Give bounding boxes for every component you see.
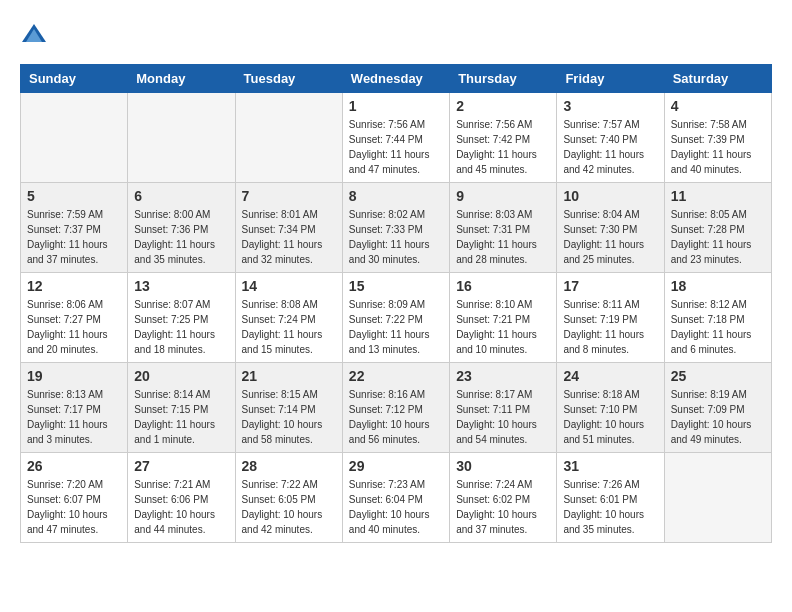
calendar-cell [128, 93, 235, 183]
day-number: 12 [27, 278, 121, 294]
calendar-cell: 23Sunrise: 8:17 AMSunset: 7:11 PMDayligh… [450, 363, 557, 453]
day-number: 30 [456, 458, 550, 474]
day-info: Sunrise: 8:06 AMSunset: 7:27 PMDaylight:… [27, 297, 121, 357]
calendar-week-3: 12Sunrise: 8:06 AMSunset: 7:27 PMDayligh… [21, 273, 772, 363]
logo [20, 20, 52, 48]
day-number: 24 [563, 368, 657, 384]
day-info: Sunrise: 7:26 AMSunset: 6:01 PMDaylight:… [563, 477, 657, 537]
day-number: 25 [671, 368, 765, 384]
calendar-cell: 8Sunrise: 8:02 AMSunset: 7:33 PMDaylight… [342, 183, 449, 273]
day-info: Sunrise: 8:19 AMSunset: 7:09 PMDaylight:… [671, 387, 765, 447]
calendar-cell: 1Sunrise: 7:56 AMSunset: 7:44 PMDaylight… [342, 93, 449, 183]
day-number: 11 [671, 188, 765, 204]
day-info: Sunrise: 8:15 AMSunset: 7:14 PMDaylight:… [242, 387, 336, 447]
day-number: 2 [456, 98, 550, 114]
calendar-cell: 13Sunrise: 8:07 AMSunset: 7:25 PMDayligh… [128, 273, 235, 363]
calendar-week-4: 19Sunrise: 8:13 AMSunset: 7:17 PMDayligh… [21, 363, 772, 453]
calendar-cell: 11Sunrise: 8:05 AMSunset: 7:28 PMDayligh… [664, 183, 771, 273]
header-day-tuesday: Tuesday [235, 65, 342, 93]
header-day-sunday: Sunday [21, 65, 128, 93]
day-info: Sunrise: 7:23 AMSunset: 6:04 PMDaylight:… [349, 477, 443, 537]
day-info: Sunrise: 7:24 AMSunset: 6:02 PMDaylight:… [456, 477, 550, 537]
day-number: 31 [563, 458, 657, 474]
day-info: Sunrise: 8:18 AMSunset: 7:10 PMDaylight:… [563, 387, 657, 447]
calendar-cell: 12Sunrise: 8:06 AMSunset: 7:27 PMDayligh… [21, 273, 128, 363]
day-info: Sunrise: 8:01 AMSunset: 7:34 PMDaylight:… [242, 207, 336, 267]
calendar-cell [21, 93, 128, 183]
calendar-cell: 7Sunrise: 8:01 AMSunset: 7:34 PMDaylight… [235, 183, 342, 273]
calendar-cell: 19Sunrise: 8:13 AMSunset: 7:17 PMDayligh… [21, 363, 128, 453]
calendar-cell [235, 93, 342, 183]
calendar-cell: 6Sunrise: 8:00 AMSunset: 7:36 PMDaylight… [128, 183, 235, 273]
day-info: Sunrise: 7:56 AMSunset: 7:44 PMDaylight:… [349, 117, 443, 177]
header-day-friday: Friday [557, 65, 664, 93]
calendar-cell: 25Sunrise: 8:19 AMSunset: 7:09 PMDayligh… [664, 363, 771, 453]
calendar-cell: 21Sunrise: 8:15 AMSunset: 7:14 PMDayligh… [235, 363, 342, 453]
calendar-cell: 31Sunrise: 7:26 AMSunset: 6:01 PMDayligh… [557, 453, 664, 543]
page-header [20, 20, 772, 48]
calendar-cell: 29Sunrise: 7:23 AMSunset: 6:04 PMDayligh… [342, 453, 449, 543]
calendar-cell: 30Sunrise: 7:24 AMSunset: 6:02 PMDayligh… [450, 453, 557, 543]
calendar-cell: 26Sunrise: 7:20 AMSunset: 6:07 PMDayligh… [21, 453, 128, 543]
calendar-cell: 16Sunrise: 8:10 AMSunset: 7:21 PMDayligh… [450, 273, 557, 363]
day-info: Sunrise: 8:07 AMSunset: 7:25 PMDaylight:… [134, 297, 228, 357]
calendar-cell: 27Sunrise: 7:21 AMSunset: 6:06 PMDayligh… [128, 453, 235, 543]
day-number: 9 [456, 188, 550, 204]
calendar-cell: 10Sunrise: 8:04 AMSunset: 7:30 PMDayligh… [557, 183, 664, 273]
day-number: 3 [563, 98, 657, 114]
calendar-week-2: 5Sunrise: 7:59 AMSunset: 7:37 PMDaylight… [21, 183, 772, 273]
header-day-saturday: Saturday [664, 65, 771, 93]
day-number: 20 [134, 368, 228, 384]
day-number: 17 [563, 278, 657, 294]
day-info: Sunrise: 8:03 AMSunset: 7:31 PMDaylight:… [456, 207, 550, 267]
day-info: Sunrise: 8:17 AMSunset: 7:11 PMDaylight:… [456, 387, 550, 447]
calendar-cell: 22Sunrise: 8:16 AMSunset: 7:12 PMDayligh… [342, 363, 449, 453]
day-info: Sunrise: 7:58 AMSunset: 7:39 PMDaylight:… [671, 117, 765, 177]
day-number: 1 [349, 98, 443, 114]
calendar-week-5: 26Sunrise: 7:20 AMSunset: 6:07 PMDayligh… [21, 453, 772, 543]
day-number: 7 [242, 188, 336, 204]
calendar-cell: 4Sunrise: 7:58 AMSunset: 7:39 PMDaylight… [664, 93, 771, 183]
day-number: 4 [671, 98, 765, 114]
day-info: Sunrise: 8:13 AMSunset: 7:17 PMDaylight:… [27, 387, 121, 447]
day-number: 27 [134, 458, 228, 474]
day-info: Sunrise: 7:21 AMSunset: 6:06 PMDaylight:… [134, 477, 228, 537]
day-info: Sunrise: 8:04 AMSunset: 7:30 PMDaylight:… [563, 207, 657, 267]
header-day-monday: Monday [128, 65, 235, 93]
day-info: Sunrise: 8:10 AMSunset: 7:21 PMDaylight:… [456, 297, 550, 357]
day-number: 28 [242, 458, 336, 474]
day-number: 26 [27, 458, 121, 474]
day-info: Sunrise: 7:20 AMSunset: 6:07 PMDaylight:… [27, 477, 121, 537]
day-info: Sunrise: 8:16 AMSunset: 7:12 PMDaylight:… [349, 387, 443, 447]
day-number: 13 [134, 278, 228, 294]
day-info: Sunrise: 8:14 AMSunset: 7:15 PMDaylight:… [134, 387, 228, 447]
day-info: Sunrise: 8:08 AMSunset: 7:24 PMDaylight:… [242, 297, 336, 357]
header-day-thursday: Thursday [450, 65, 557, 93]
calendar-cell: 9Sunrise: 8:03 AMSunset: 7:31 PMDaylight… [450, 183, 557, 273]
day-number: 19 [27, 368, 121, 384]
day-number: 21 [242, 368, 336, 384]
calendar-table: SundayMondayTuesdayWednesdayThursdayFrid… [20, 64, 772, 543]
calendar-cell: 17Sunrise: 8:11 AMSunset: 7:19 PMDayligh… [557, 273, 664, 363]
day-number: 6 [134, 188, 228, 204]
day-number: 23 [456, 368, 550, 384]
calendar-cell: 20Sunrise: 8:14 AMSunset: 7:15 PMDayligh… [128, 363, 235, 453]
day-info: Sunrise: 8:09 AMSunset: 7:22 PMDaylight:… [349, 297, 443, 357]
day-number: 22 [349, 368, 443, 384]
calendar-cell: 28Sunrise: 7:22 AMSunset: 6:05 PMDayligh… [235, 453, 342, 543]
day-info: Sunrise: 7:56 AMSunset: 7:42 PMDaylight:… [456, 117, 550, 177]
calendar-cell: 5Sunrise: 7:59 AMSunset: 7:37 PMDaylight… [21, 183, 128, 273]
header-row: SundayMondayTuesdayWednesdayThursdayFrid… [21, 65, 772, 93]
day-number: 10 [563, 188, 657, 204]
day-info: Sunrise: 8:11 AMSunset: 7:19 PMDaylight:… [563, 297, 657, 357]
day-info: Sunrise: 7:57 AMSunset: 7:40 PMDaylight:… [563, 117, 657, 177]
calendar-cell [664, 453, 771, 543]
day-number: 16 [456, 278, 550, 294]
day-number: 15 [349, 278, 443, 294]
day-info: Sunrise: 8:12 AMSunset: 7:18 PMDaylight:… [671, 297, 765, 357]
day-info: Sunrise: 7:59 AMSunset: 7:37 PMDaylight:… [27, 207, 121, 267]
calendar-cell: 24Sunrise: 8:18 AMSunset: 7:10 PMDayligh… [557, 363, 664, 453]
day-number: 18 [671, 278, 765, 294]
logo-icon [20, 20, 48, 48]
calendar-cell: 2Sunrise: 7:56 AMSunset: 7:42 PMDaylight… [450, 93, 557, 183]
